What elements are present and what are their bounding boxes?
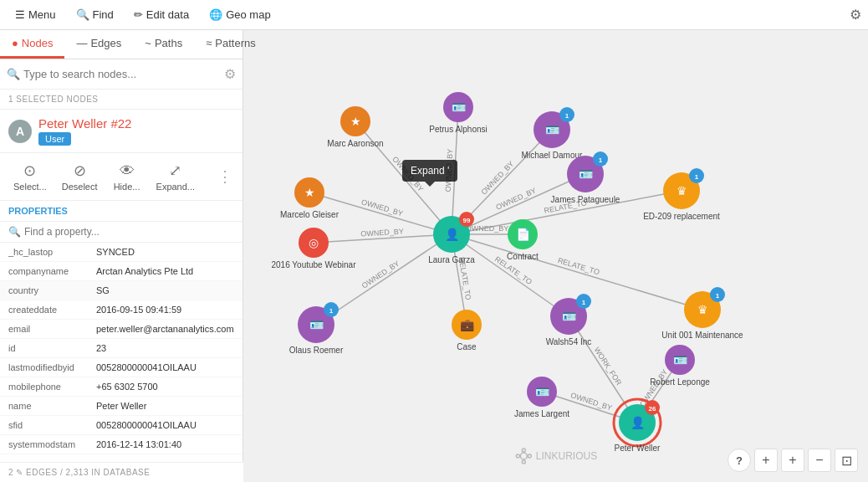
more-button[interactable]: ⋮	[214, 164, 236, 189]
svg-text:♛: ♛	[677, 184, 687, 197]
svg-text:💼: 💼	[460, 318, 475, 332]
graph-node-laura[interactable]: 99👤Laura Garza	[428, 212, 475, 264]
svg-text:99: 99	[463, 217, 471, 224]
graph-area[interactable]: OWNED_BYOWNED_BYOWNED_BYOWNED_BYRELATE_T…	[243, 30, 868, 482]
menu-icon: ☰	[15, 8, 25, 21]
prop-key: systemmodstam	[8, 439, 96, 449]
graph-node-olaus[interactable]: 1🪪Olaus Roemer	[289, 302, 344, 355]
svg-text:Case: Case	[457, 342, 477, 351]
graph-node-petrus[interactable]: 🪪Petrus Alphonsi	[429, 92, 488, 134]
property-row: lastmodifiedbyid0052800000041OILAAU	[0, 358, 243, 377]
zoom-out-button[interactable]: −	[808, 449, 831, 472]
prop-key: companyname	[8, 266, 96, 276]
search-settings-icon[interactable]: ⚙	[224, 66, 236, 82]
tab-edges[interactable]: — Edges	[64, 30, 133, 59]
graph-node-robert[interactable]: 🪪Robert Leponge	[650, 345, 710, 387]
svg-text:Robert Leponge: Robert Leponge	[650, 377, 710, 387]
graph-node-unit001[interactable]: 1♛Unit 001 Maintenance	[661, 287, 743, 340]
find-property-input[interactable]	[24, 226, 234, 238]
graph-node-peter[interactable]: 26👤Peter Weller	[614, 399, 661, 453]
prop-val: 0052800000041OILAAU	[96, 362, 197, 372]
svg-text:🪪: 🪪	[579, 167, 594, 182]
node-badge: User	[38, 132, 71, 146]
svg-text:Walsh54 Inc: Walsh54 Inc	[546, 337, 592, 346]
prop-val: +65 6302 5700	[96, 382, 158, 392]
help-button[interactable]: ?	[728, 449, 751, 472]
prop-key: email	[8, 324, 96, 334]
tab-patterns[interactable]: ≈ Patterns	[194, 30, 268, 59]
svg-text:1: 1	[582, 299, 586, 306]
svg-text:OWNED_BY: OWNED_BY	[360, 259, 401, 290]
prop-key: mobilephone	[8, 382, 96, 392]
property-row: countrySG	[0, 281, 243, 300]
find-button[interactable]: 🔍 Find	[68, 5, 122, 24]
deselect-button[interactable]: ⊘ Deselect	[55, 158, 105, 195]
svg-text:OWNED_BY: OWNED_BY	[360, 227, 404, 238]
svg-text:James Largent: James Largent	[514, 409, 569, 418]
property-row: id23	[0, 339, 243, 358]
svg-point-99	[528, 454, 531, 458]
svg-point-95	[520, 453, 527, 459]
svg-text:Peter Weller: Peter Weller	[615, 444, 661, 453]
zoom-in-alt-button[interactable]: +	[781, 449, 804, 472]
graph-svg: OWNED_BYOWNED_BYOWNED_BYOWNED_BYRELATE_T…	[243, 30, 868, 482]
graph-node-ed209[interactable]: 1♛ED-209 replacement	[643, 168, 720, 221]
expand-tooltip: Expand '	[402, 160, 457, 182]
svg-text:ED-209 replacement: ED-209 replacement	[643, 212, 720, 221]
geo-icon: 🌐	[209, 8, 222, 21]
lk-logo-icon	[514, 447, 533, 465]
paths-icon: ~	[145, 37, 151, 49]
patterns-icon: ≈	[206, 37, 212, 49]
graph-node-marc[interactable]: ★Marc Aaronson	[327, 106, 383, 148]
sidebar: ● Nodes — Edges ~ Paths ≈ Patterns 🔍 ⚙ 1…	[0, 30, 243, 482]
svg-text:OWNED_BY: OWNED_BY	[569, 391, 613, 412]
svg-text:🪪: 🪪	[309, 318, 324, 332]
fit-button[interactable]: ⊡	[835, 449, 858, 472]
graph-node-case_n[interactable]: 💼Case	[452, 310, 482, 351]
lk-logo: LINKURIOUS	[514, 447, 597, 465]
graph-node-youtube[interactable]: ◎2016 Youtube Webinar	[271, 228, 356, 269]
svg-text:1: 1	[565, 112, 569, 120]
search-input[interactable]	[23, 68, 221, 80]
search-icon: 🔍	[7, 68, 20, 80]
svg-text:Unit 001 Maintenance: Unit 001 Maintenance	[661, 331, 743, 340]
property-row: createddate2016-09-15 09:41:59	[0, 300, 243, 320]
tab-paths[interactable]: ~ Paths	[133, 30, 194, 59]
graph-node-walsh[interactable]: 1🪪Walsh54 Inc	[546, 294, 592, 346]
graph-node-contract[interactable]: 📄Contract	[507, 219, 539, 261]
geo-map-button[interactable]: 🌐 Geo map	[201, 5, 278, 24]
edit-data-button[interactable]: ✏ Edit data	[125, 5, 197, 24]
find-property: 🔍	[0, 222, 243, 243]
svg-text:26: 26	[649, 405, 656, 413]
prop-val: 2016-12-14 13:01:40	[96, 439, 181, 449]
prop-val: 2016-09-15 09:41:59	[96, 305, 181, 315]
tab-nodes[interactable]: ● Nodes	[0, 30, 64, 59]
select-button[interactable]: ⊙ Select...	[7, 158, 54, 195]
graph-node-michael[interactable]: 1🪪Michael Damour	[522, 107, 583, 160]
more-icon: ⋮	[217, 168, 232, 185]
find-icon: 🔍	[8, 226, 21, 238]
svg-text:2016 Youtube Webinar: 2016 Youtube Webinar	[271, 260, 356, 269]
prop-key: lastmodifiedbyid	[8, 362, 96, 372]
prop-key: id	[8, 343, 96, 353]
prop-key: country	[8, 285, 96, 295]
expand-button[interactable]: ⤢ Expand...	[150, 158, 202, 195]
prop-key: _hc_lastop	[8, 247, 96, 257]
svg-point-96	[522, 449, 525, 452]
svg-text:1: 1	[695, 173, 699, 181]
node-title: Peter Weller #22	[38, 116, 131, 131]
property-row: namePeter Weller	[0, 397, 243, 416]
svg-text:Marc Aaronson: Marc Aaronson	[327, 139, 383, 148]
zoom-in-button[interactable]: +	[754, 449, 778, 472]
svg-text:WORK_FOR: WORK_FOR	[593, 346, 624, 387]
prop-val: 23	[96, 343, 106, 353]
svg-text:🪪: 🪪	[535, 385, 550, 399]
node-header: A Peter Weller #22 User	[0, 110, 243, 153]
hide-button[interactable]: 👁 Hide...	[106, 159, 148, 195]
prop-val: Peter Weller	[96, 401, 146, 411]
prop-val: SG	[96, 285, 110, 295]
graph-controls: ? + + − ⊡	[728, 449, 858, 472]
top-settings-button[interactable]: ⚙	[850, 7, 861, 23]
svg-text:James Patagueule: James Patagueule	[551, 195, 620, 204]
menu-button[interactable]: ☰ Menu	[7, 5, 64, 24]
